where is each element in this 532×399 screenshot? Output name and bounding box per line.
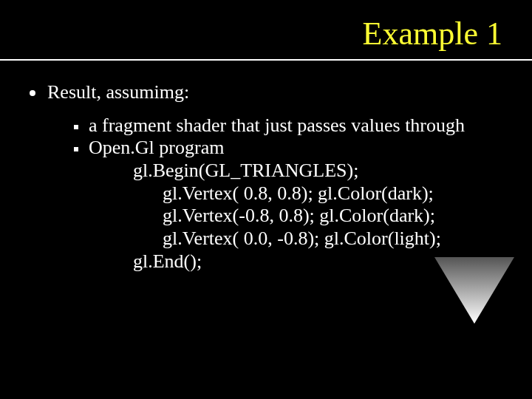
slide-content: Result, assumimg: a fragment shader that… bbox=[30, 81, 510, 273]
slide-title: Example 1 bbox=[363, 15, 502, 52]
bullet-item: Result, assumimg: bbox=[30, 81, 510, 104]
sub-text-2: Open.Gl program bbox=[89, 137, 510, 160]
result-triangle bbox=[430, 253, 519, 327]
svg-marker-0 bbox=[434, 257, 514, 324]
code-line-1: gl.Begin(GL_TRIANGLES); bbox=[133, 160, 510, 183]
sub-item-1: a fragment shader that just passes value… bbox=[74, 115, 510, 137]
square-bullet-icon bbox=[74, 147, 78, 151]
slide: Example 1 Result, assumimg: a fragment s… bbox=[0, 0, 532, 399]
sub-text-2-block: Open.Gl program bbox=[89, 137, 510, 160]
sub-text-1: a fragment shader that just passes value… bbox=[89, 115, 465, 137]
square-bullet-icon bbox=[74, 125, 78, 129]
bullet-text: Result, assumimg: bbox=[47, 81, 189, 104]
sub-item-2: Open.Gl program bbox=[74, 137, 510, 160]
triangle-icon bbox=[430, 253, 519, 327]
code-line-4: gl.Vertex( 0.0, -0.8); gl.Color(light); bbox=[163, 228, 510, 250]
sub-list: a fragment shader that just passes value… bbox=[74, 115, 510, 273]
code-line-2: gl.Vertex( 0.8, 0.8); gl.Color(dark); bbox=[163, 183, 510, 205]
code-line-3: gl.Vertex(-0.8, 0.8); gl.Color(dark); bbox=[163, 205, 510, 228]
bullet-icon bbox=[30, 90, 35, 96]
title-underline bbox=[0, 59, 532, 61]
